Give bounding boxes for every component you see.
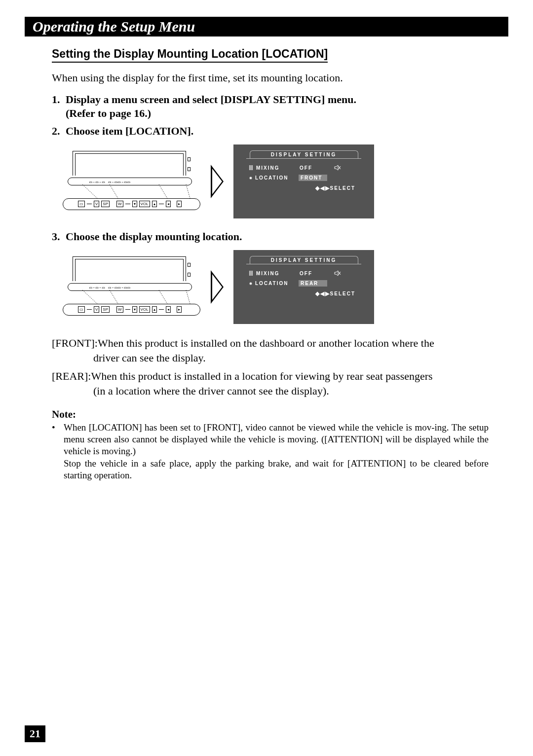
- step-3-text: Choose the display mounting location.: [66, 230, 489, 243]
- monitor-icon: ▭: [78, 201, 85, 207]
- vol-down-icon: ▾: [132, 306, 137, 313]
- desc-front: [FRONT]: When this product is installed …: [52, 336, 489, 351]
- bullet-icon: •: [52, 422, 64, 482]
- osd-row-mixing: MIXING OFF: [246, 268, 361, 278]
- device-sketch-2: ▭-▭-▭ ▭-▭▭-▭▭ ▭ V SP W ▾ VOL ▴ ◂: [63, 256, 201, 318]
- osd-title: DISPLAY SETTING: [250, 150, 358, 158]
- step-3: 3. Choose the display mounting location.: [52, 230, 489, 243]
- vol-label: VOL: [139, 306, 150, 313]
- osd-location-value-front: FRONT: [299, 175, 327, 181]
- note-list: • When [LOCATION] has been set to [FRONT…: [52, 422, 489, 482]
- w-button: W: [116, 201, 123, 207]
- note-heading: Note:: [52, 408, 489, 421]
- figure-row-1: ▭-▭-▭ ▭-▭▭-▭▭ ▭ V SP W ▾ VOL ▴ ◂: [63, 144, 489, 218]
- osd-mixing-label: MIXING: [256, 271, 300, 276]
- marker-dot-icon: [249, 177, 252, 180]
- step-1-number: 1.: [52, 93, 66, 120]
- intro-text: When using the display for the first tim…: [52, 72, 489, 84]
- device-sketch-1: ▭-▭-▭ ▭-▭▭-▭▭ ▭ V SP W ▾ VOL ▴ ◂: [63, 151, 201, 213]
- desc-rear: [REAR]: When this product is installed i…: [52, 369, 489, 384]
- svg-line-7: [110, 290, 118, 304]
- vol-down-icon: ▾: [132, 201, 137, 207]
- updown-icon: ◆: [315, 290, 320, 296]
- leftright-icon: ◀▶: [320, 185, 330, 191]
- right-icon: ▸: [177, 201, 182, 207]
- v-button: V: [94, 201, 99, 207]
- updown-icon: ◆: [315, 185, 320, 191]
- speaker-mute-icon: [334, 270, 341, 276]
- step-3-number: 3.: [52, 230, 66, 243]
- step-1-text: Display a menu screen and select [DISPLA…: [66, 93, 489, 120]
- step-2: 2. Choose item [LOCATION].: [52, 125, 489, 138]
- marker-icon: [249, 165, 253, 170]
- section-heading: Setting the Display Mounting Location [L…: [52, 47, 328, 63]
- osd-row-mixing: MIXING OFF: [246, 163, 361, 173]
- step-list: 1. Display a menu screen and select [DIS…: [52, 93, 489, 138]
- step-1-line2: (Refer to page 16.): [66, 107, 489, 120]
- osd-screen-front: DISPLAY SETTING MIXING OFF LOCATION FRON…: [233, 144, 374, 218]
- leftright-icon: ◀▶: [320, 290, 330, 296]
- osd-mixing-label: MIXING: [256, 165, 300, 171]
- svg-line-3: [186, 184, 190, 198]
- osd-mixing-value: OFF: [300, 271, 328, 276]
- step-1: 1. Display a menu screen and select [DIS…: [52, 93, 489, 120]
- sp-button: SP: [101, 306, 110, 313]
- page-number: 21: [25, 725, 45, 742]
- note-item: • When [LOCATION] has been set to [FRONT…: [52, 422, 489, 482]
- osd-row-location: LOCATION FRONT: [246, 173, 361, 183]
- left-icon: ◂: [166, 201, 171, 207]
- svg-line-8: [159, 290, 167, 304]
- osd-title: DISPLAY SETTING: [250, 256, 358, 264]
- desc-rear-tag: [REAR]:: [52, 369, 91, 384]
- vol-up-icon: ▴: [152, 306, 157, 313]
- right-icon: ▸: [177, 306, 182, 313]
- page-content: Setting the Display Mounting Location [L…: [25, 36, 508, 481]
- osd-location-label: LOCATION: [255, 175, 299, 180]
- desc-front-text: When this product is installed on the da…: [98, 336, 434, 351]
- osd-select-text: SELECT: [330, 291, 355, 296]
- header-title: Operating the Setup Menu: [33, 18, 195, 35]
- svg-line-0: [82, 184, 97, 198]
- vol-up-icon: ▴: [152, 201, 157, 207]
- osd-mixing-value: OFF: [300, 165, 328, 171]
- vol-label: VOL: [139, 201, 150, 207]
- osd-location-label: LOCATION: [255, 281, 299, 286]
- note-text: When [LOCATION] has been set to [FRONT],…: [64, 422, 489, 482]
- osd-screen-rear: DISPLAY SETTING MIXING OFF LOCATION REAR: [233, 250, 374, 324]
- arrow-icon: [211, 165, 224, 198]
- marker-dot-icon: [249, 282, 252, 285]
- desc-front-cont: driver can see the display.: [52, 351, 489, 365]
- description-block: [FRONT]: When this product is installed …: [52, 336, 489, 398]
- svg-line-6: [82, 290, 97, 304]
- osd-select-hint: ◆◀▶SELECT: [246, 290, 361, 297]
- svg-line-9: [186, 290, 190, 304]
- speaker-mute-icon: [334, 165, 341, 171]
- sp-button: SP: [101, 201, 110, 207]
- marker-icon: [249, 271, 253, 276]
- left-icon: ◂: [166, 306, 171, 313]
- svg-line-1: [110, 184, 118, 198]
- desc-rear-cont: (in a location where the driver cannot s…: [52, 384, 489, 398]
- header-bar: Operating the Setup Menu: [25, 17, 508, 36]
- step-2-text: Choose item [LOCATION].: [66, 125, 489, 138]
- v-button: V: [94, 306, 99, 313]
- figure-row-2: ▭-▭-▭ ▭-▭▭-▭▭ ▭ V SP W ▾ VOL ▴ ◂: [63, 250, 489, 324]
- desc-rear-text: When this product is installed in a loca…: [91, 369, 432, 384]
- w-button: W: [116, 306, 123, 313]
- step-2-number: 2.: [52, 125, 66, 138]
- osd-location-value-rear: REAR: [299, 280, 327, 287]
- osd-select-hint: ◆◀▶SELECT: [246, 185, 361, 191]
- svg-line-2: [159, 184, 167, 198]
- step-1-line1: Display a menu screen and select [DISPLA…: [66, 93, 356, 106]
- osd-row-location: LOCATION REAR: [246, 278, 361, 288]
- monitor-icon: ▭: [78, 306, 85, 313]
- osd-select-text: SELECT: [330, 185, 355, 191]
- arrow-icon: [211, 270, 224, 304]
- desc-front-tag: [FRONT]:: [52, 336, 98, 351]
